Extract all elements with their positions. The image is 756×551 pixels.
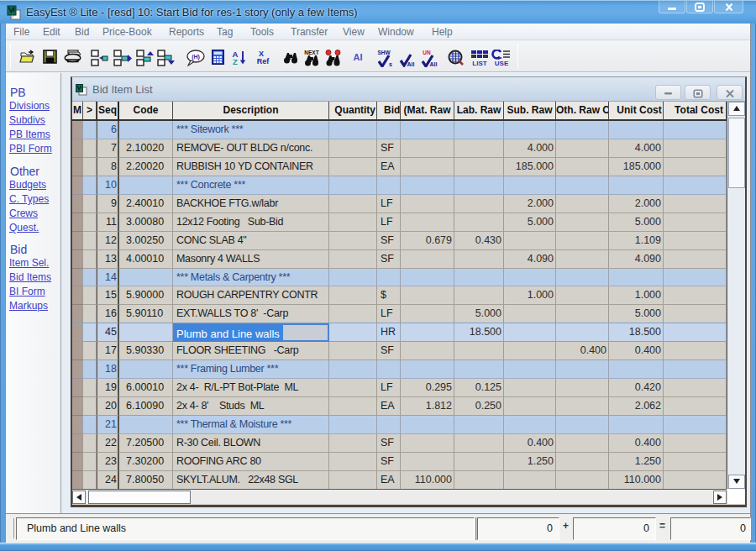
svg-text:(H): (H) — [192, 54, 200, 60]
svg-text:LIST: LIST — [472, 60, 486, 66]
svg-text:AI: AI — [354, 52, 363, 62]
svg-text:Z: Z — [233, 57, 238, 66]
svg-text:Ref: Ref — [257, 57, 270, 66]
svg-text:SHW: SHW — [377, 50, 391, 55]
svg-text:All: All — [407, 61, 415, 67]
svg-text:s: s — [389, 61, 392, 67]
svg-text:All: All — [430, 61, 438, 67]
svg-text:UN: UN — [423, 50, 431, 55]
svg-text:NEXT: NEXT — [304, 50, 318, 55]
svg-text:USE: USE — [495, 60, 509, 66]
